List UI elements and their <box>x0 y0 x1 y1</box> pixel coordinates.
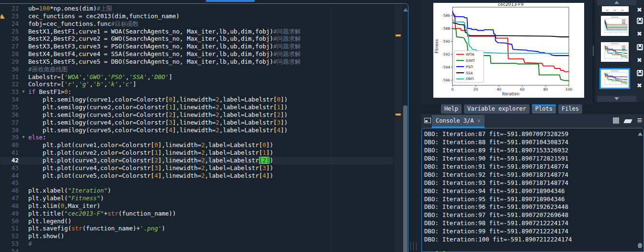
code-line[interactable]: 34 plt.semilogy(curve1,color=Colorstr[0]… <box>0 96 393 103</box>
tab-help[interactable]: Help <box>441 104 462 114</box>
close-plot-button[interactable]: ✖ <box>637 82 642 89</box>
code-line[interactable]: 48plt.xlim(0,Max_iter) <box>0 202 393 210</box>
code-line[interactable]: 24fobj=cec_functions.func#目标函数 <box>0 20 393 28</box>
options-menu-icon[interactable]: ≡ <box>637 117 642 124</box>
fold-arrow-icon[interactable]: ▼ <box>19 134 28 141</box>
svg-text:-594: -594 <box>442 65 450 69</box>
console-scrollbar-thumb[interactable] <box>638 243 642 248</box>
scroll-up-arrow-icon[interactable] <box>403 8 408 11</box>
thumbnails-scroll-up-button[interactable] <box>597 0 636 5</box>
code-line[interactable]: 28BestX4,BestF4,curve4 = SSA(SearchAgent… <box>0 50 393 58</box>
tab-variable-explorer[interactable]: Variable explorer <box>464 104 530 114</box>
thumbnails-scroll-down-button[interactable] <box>597 96 636 102</box>
code-line[interactable]: 49plt.title("cec2013-F"+str(function_nam… <box>0 210 393 218</box>
code-line[interactable]: 54 <box>0 248 393 252</box>
code-line[interactable]: 30#画收敛曲线图 <box>0 66 393 73</box>
code-line[interactable]: 47plt.ylabel("Fitness") <box>0 195 393 202</box>
close-icon: ✖ <box>637 6 642 13</box>
code-line[interactable]: 29BestX5,BestF5,curve5 = DBO(SearchAgent… <box>0 58 393 66</box>
code-line[interactable]: 39▼else: <box>0 134 393 141</box>
warning-flag[interactable] <box>395 114 401 115</box>
console-line: DBO: Iteration:92 fit=-591.8907187148774 <box>424 171 636 179</box>
code-line[interactable]: 42 plt.plot(curve3,color=Colorstr[2],lin… <box>0 157 393 164</box>
code-line[interactable]: 46plt.xlabel("Iteration") <box>0 187 393 195</box>
svg-text:-588: -588 <box>442 26 450 31</box>
console-header: Console 3/A× ≡ <box>421 114 644 128</box>
close-plot-button[interactable]: ✖ <box>637 30 642 37</box>
console-line: DBO: Iteration:89 fit=-591.8907153326932 <box>424 147 636 155</box>
save-plot-button[interactable] <box>637 44 643 50</box>
code-line[interactable]: 22ub=100*np.ones(dim)#上限 <box>0 5 393 12</box>
clear-console-icon[interactable] <box>624 119 633 123</box>
code-line[interactable]: 44 plt.plot(curve5,color=Colorstr[4],lin… <box>0 172 393 180</box>
warning-icon[interactable] <box>0 14 5 19</box>
save-plot-button[interactable] <box>637 18 643 24</box>
plots-splitter[interactable] <box>593 0 594 102</box>
plot-thumbnail[interactable] <box>601 16 629 36</box>
tab-files[interactable]: Files <box>558 104 582 114</box>
code-line[interactable]: 45 <box>0 179 393 187</box>
splitter-grip[interactable] <box>410 242 420 251</box>
code-line[interactable]: 40 plt.plot(curve1,color=Colorstr[0],lin… <box>0 141 393 149</box>
code-line[interactable]: 50plt.legend() <box>0 218 393 225</box>
console-tab[interactable]: Console 3/A× <box>432 115 485 128</box>
code-area[interactable]: 22ub=100*np.ones(dim)#上限23cec_functions … <box>0 5 393 252</box>
console-prompt: In [4]: <box>424 250 450 252</box>
close-plot-button[interactable]: ✖ <box>637 57 642 64</box>
save-plot-button[interactable] <box>637 70 643 76</box>
close-icon[interactable]: × <box>477 117 480 124</box>
console-pane[interactable]: DBO: Iteration:87 fit=-591.8907097328259… <box>421 128 644 252</box>
console-line: DBO: Iteration:95 fit=-591.890718904346 <box>424 195 636 204</box>
plots-pane: 020406080100-586-588-590-592-594-596Iter… <box>421 0 592 104</box>
code-line[interactable]: 41 plt.plot(curve2,color=Colorstr[1],lin… <box>0 149 393 157</box>
editor-scrollbar[interactable] <box>402 5 408 252</box>
save-icon <box>637 70 643 76</box>
close-icon: ✖ <box>637 57 642 64</box>
code-line[interactable]: 53# <box>0 240 393 248</box>
thumbnail-chart <box>601 16 629 36</box>
code-line[interactable]: 27BestX3,BestF3,curve3 = PSO(SearchAgent… <box>0 43 393 50</box>
warning-flag[interactable] <box>395 34 401 36</box>
save-icon <box>637 18 643 24</box>
browse-tabs-icon[interactable] <box>424 118 431 123</box>
scroll-up-arrow-icon[interactable] <box>638 132 643 136</box>
console-scrollbar[interactable] <box>637 129 643 252</box>
plot-thumbnail[interactable] <box>601 42 629 62</box>
code-line[interactable]: 26BestX2,BestF2,curve2 = GWO(SearchAgent… <box>0 35 393 43</box>
code-line[interactable]: 43 plt.plot(curve4,color=Colorstr[3],lin… <box>0 164 393 172</box>
code-line[interactable]: 23cec_functions = cec2013(dim,function_n… <box>0 12 393 20</box>
svg-text:-590: -590 <box>442 39 450 44</box>
console-line: DBO: Iteration:87 fit=-591.8907097328259 <box>424 130 636 138</box>
code-line[interactable]: 35 plt.semilogy(curve2,color=Colorstr[1]… <box>0 103 393 111</box>
svg-text:0: 0 <box>452 87 454 92</box>
code-line[interactable]: 37 plt.semilogy(curve4,color=Colorstr[3]… <box>0 119 393 126</box>
plot-thumbnail-selected[interactable] <box>599 68 630 89</box>
console-line: DBO: Iteration:90 fit=-591.8907172821591 <box>424 155 636 163</box>
code-line[interactable]: 52plt.show() <box>0 232 393 240</box>
interrupt-kernel-button[interactable] <box>613 117 619 124</box>
svg-text:-592: -592 <box>442 52 450 57</box>
editor-scrollbar-thumb[interactable] <box>403 105 407 252</box>
editor-scrollflag[interactable] <box>395 5 402 252</box>
tab-plots[interactable]: Plots <box>532 104 556 114</box>
fold-arrow-icon[interactable]: ▼ <box>19 88 28 96</box>
svg-text:SSA: SSA <box>466 71 473 75</box>
code-line[interactable]: 33▼if BestF1>0: <box>0 88 393 96</box>
code-line[interactable]: 31Labelstr=['WOA','GWO','PSO','SSA','DBO… <box>0 73 393 81</box>
editor-edge-guide <box>331 5 331 252</box>
plot-thumbnail-partial[interactable] <box>602 6 629 12</box>
console-line: DBO: Iteration:93 fit=-591.8907187148774 <box>424 179 636 187</box>
console-line: DBO: Iteration:88 fit=-591.8907104308374 <box>424 138 636 147</box>
code-line[interactable]: 25BestX1,BestF1,curve1 = WOA(SearchAgent… <box>0 28 393 35</box>
code-line[interactable]: 32Colorstr=['r','g','b','k','c'] <box>0 80 393 88</box>
close-plot-button[interactable]: ✖ <box>637 6 642 13</box>
svg-text:Iteration: Iteration <box>502 92 519 96</box>
svg-text:20: 20 <box>474 87 478 92</box>
code-line[interactable]: 36 plt.semilogy(curve3,color=Colorstr[2]… <box>0 111 393 119</box>
svg-text:cec2013-F9: cec2013-F9 <box>498 3 524 7</box>
console-line: DBO: Iteration:96 fit=-591.8907192623448 <box>424 203 636 211</box>
console-line: DBO: Iteration:100 fit=-591.890721222417… <box>424 236 636 244</box>
code-line[interactable]: 38 plt.semilogy(curve5,color=Colorstr[4]… <box>0 126 393 134</box>
console-line: DBO: Iteration:97 fit=-591.8907207269648 <box>424 211 636 219</box>
code-line[interactable]: 51plt.savefig(str(function_name)+'.png') <box>0 225 393 232</box>
